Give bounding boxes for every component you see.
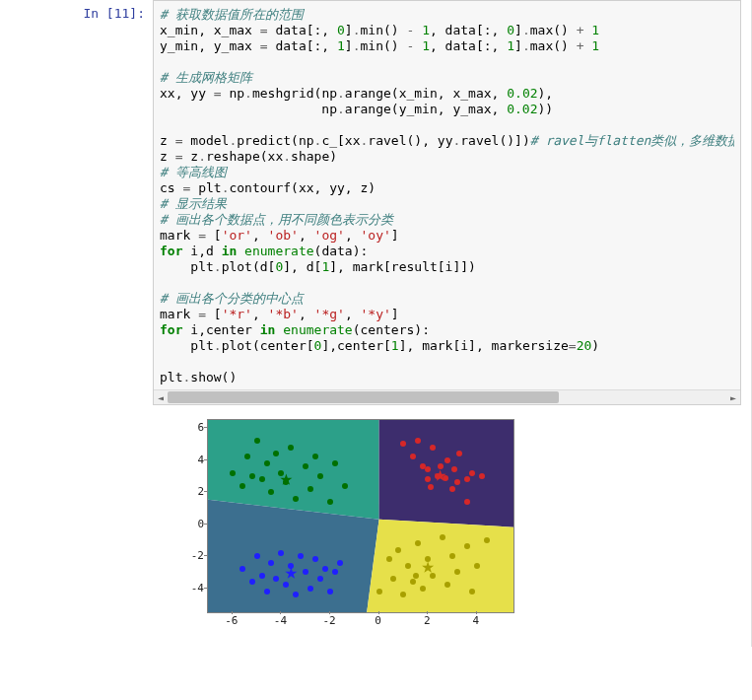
data-point (259, 573, 265, 579)
x-tick-label: 4 (472, 614, 479, 627)
data-point (400, 592, 406, 597)
scroll-left-arrow-icon[interactable]: ◄ (154, 390, 168, 404)
data-point (254, 553, 260, 559)
y-tick-label: -2 (184, 549, 204, 562)
data-point (469, 589, 475, 595)
cluster-center-star-icon: ★ (280, 467, 293, 489)
notebook-cell: In [11]: # 获取数据值所在的范围 x_min, x_max = dat… (0, 0, 752, 647)
data-point (451, 466, 457, 472)
x-tick-label: -6 (225, 614, 238, 627)
data-point (298, 553, 304, 559)
data-point (239, 483, 245, 489)
data-point (428, 484, 434, 490)
data-point (395, 547, 401, 553)
y-tick-label: 4 (184, 453, 204, 465)
data-point (444, 582, 450, 588)
x-tick-label: -2 (322, 614, 335, 627)
input-prompt: In [11]: (83, 6, 145, 21)
data-point (464, 476, 470, 482)
data-point (456, 451, 462, 456)
data-point (400, 441, 406, 447)
cluster-center-star-icon: ★ (285, 561, 298, 583)
scroll-thumb[interactable] (168, 391, 559, 403)
data-point (327, 499, 333, 505)
data-point (474, 563, 480, 569)
data-point (479, 473, 485, 479)
y-tick-label: 6 (184, 421, 204, 434)
data-point (268, 489, 274, 495)
data-point (317, 576, 323, 582)
data-point (308, 586, 313, 592)
data-point (312, 454, 318, 459)
output-area: ★★★★ -4-20246-6-4-2024 (153, 405, 741, 647)
data-point (413, 573, 419, 579)
data-point (469, 470, 475, 476)
data-point (239, 566, 245, 572)
data-point (464, 543, 470, 549)
data-point (273, 576, 279, 582)
data-point (376, 589, 382, 595)
data-point (425, 476, 431, 482)
data-point (454, 569, 460, 575)
data-point (386, 556, 392, 562)
code-text[interactable]: # 获取数据值所在的范围 x_min, x_max = data[:, 0].m… (160, 7, 734, 389)
data-point (278, 550, 284, 556)
data-point (230, 470, 236, 476)
data-point (332, 460, 338, 466)
data-point (268, 560, 274, 566)
data-point (405, 563, 411, 569)
data-point (254, 438, 260, 444)
data-point (449, 486, 455, 492)
data-point (454, 479, 460, 485)
data-point (430, 445, 436, 451)
x-tick-label: 0 (375, 614, 381, 627)
data-point (322, 566, 328, 572)
data-point (390, 576, 396, 582)
y-tick-label: -4 (184, 581, 204, 594)
kmeans-scatter-chart: ★★★★ -4-20246-6-4-2024 (172, 415, 527, 637)
data-point (342, 483, 348, 489)
prompt-area: In [11]: (0, 0, 153, 647)
data-point (440, 534, 445, 540)
data-point (293, 592, 299, 597)
x-tick-label: -4 (274, 614, 287, 627)
data-point (244, 454, 250, 459)
data-point (293, 496, 299, 502)
scroll-track[interactable] (168, 390, 726, 404)
data-point (273, 451, 279, 456)
data-point (415, 540, 421, 546)
data-point (332, 569, 338, 575)
data-point (420, 586, 426, 592)
data-point (464, 499, 470, 505)
data-point (264, 589, 270, 595)
chart-axes: ★★★★ (207, 419, 514, 613)
data-point (327, 589, 333, 595)
data-point (288, 445, 294, 451)
data-point (415, 438, 421, 444)
scroll-right-arrow-icon[interactable]: ► (726, 390, 740, 404)
data-point (337, 560, 343, 566)
cluster-center-star-icon: ★ (422, 555, 435, 577)
data-point (317, 473, 323, 479)
data-point (259, 476, 265, 482)
data-point (308, 486, 313, 492)
data-point (303, 569, 308, 575)
data-point (264, 460, 270, 466)
x-tick-label: 2 (424, 614, 431, 627)
horizontal-scrollbar[interactable]: ◄ ► (154, 389, 740, 404)
cluster-center-star-icon: ★ (434, 463, 446, 485)
data-point (410, 579, 416, 585)
y-tick-label: 2 (184, 485, 204, 498)
data-point (249, 473, 255, 479)
data-point (303, 463, 308, 469)
code-input-box[interactable]: # 获取数据值所在的范围 x_min, x_max = data[:, 0].m… (153, 0, 741, 405)
y-tick-label: 0 (184, 517, 204, 529)
data-point (410, 454, 416, 459)
data-point (312, 556, 318, 562)
cell-content: # 获取数据值所在的范围 x_min, x_max = data[:, 0].m… (153, 0, 751, 647)
data-point (425, 466, 431, 472)
data-point (484, 537, 490, 543)
data-point (249, 579, 255, 585)
data-point (449, 553, 455, 559)
